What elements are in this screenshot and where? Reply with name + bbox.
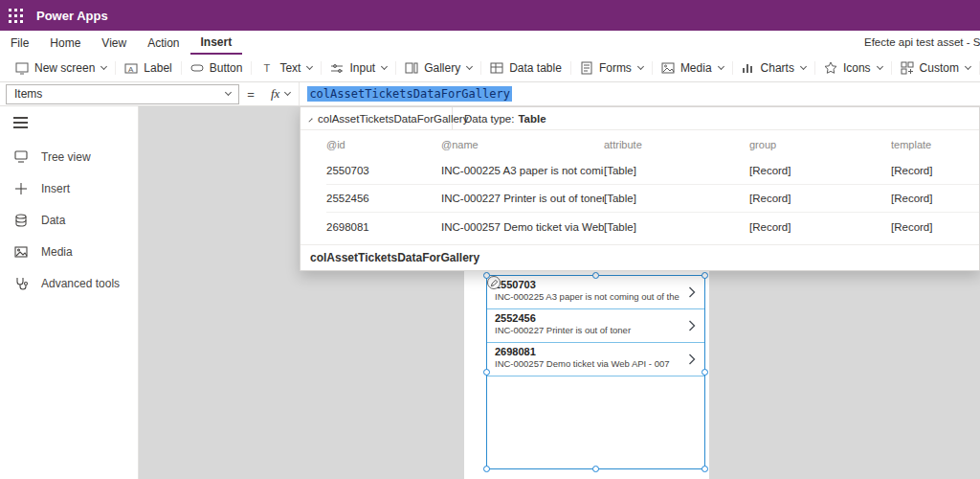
- result-panel-footer: colAssetTicketsDataForGallery: [301, 244, 979, 270]
- ribbon-custom-button[interactable]: Custom: [891, 55, 979, 81]
- gallery-control[interactable]: 2550703 INC-000225 A3 paper is not comin…: [486, 275, 705, 469]
- chevron-down-icon: [800, 63, 807, 70]
- ribbon-label: Custom: [920, 61, 959, 75]
- selection-handle[interactable]: [702, 272, 708, 279]
- waffle-menu-icon[interactable]: [0, 0, 31, 31]
- ribbon-input-button[interactable]: Input: [321, 55, 395, 81]
- gallery-item-id: 2550703: [495, 279, 679, 291]
- chevron-down-icon: [466, 63, 473, 70]
- document-title: Efecte api test asset - Sav: [864, 31, 980, 55]
- chevron-up-icon: [308, 118, 312, 122]
- gallery-item-subtitle: INC-000227 Printer is out of toner: [495, 325, 679, 336]
- ribbon-gallery-button[interactable]: Gallery: [395, 55, 480, 81]
- cell-group: [Record]: [749, 165, 891, 176]
- chevron-right-icon[interactable]: [688, 286, 696, 299]
- sidebar-item-label: Tree view: [41, 150, 91, 164]
- formula-bar: Items = fx colAssetTicketsDataForGallery: [0, 82, 980, 106]
- ribbon-label: Text: [279, 61, 301, 75]
- selection-handle[interactable]: [702, 466, 708, 472]
- selection-handle[interactable]: [483, 466, 490, 472]
- selection-handle[interactable]: [592, 272, 599, 279]
- ribbon-data-table-button[interactable]: Data table: [480, 55, 570, 81]
- data-type-label: Data type:: [464, 113, 514, 125]
- ribbon-label-button[interactable]: A Label: [115, 55, 180, 81]
- ribbon-button-button[interactable]: Button: [181, 55, 252, 81]
- cell-name: INC-000227 Printer is out of toner: [441, 193, 604, 204]
- gallery-item-id: 2698081: [495, 346, 679, 358]
- chevron-down-icon: [225, 89, 232, 96]
- property-selector[interactable]: Items: [6, 84, 239, 104]
- ribbon-new-screen-button[interactable]: New screen: [6, 55, 115, 81]
- chevron-down-icon: [965, 63, 971, 70]
- fx-dropdown[interactable]: fx: [262, 82, 300, 105]
- cell-group: [Record]: [749, 221, 891, 233]
- cell-template: [Record]: [891, 193, 979, 204]
- sidebar-item-insert[interactable]: Insert: [0, 173, 138, 205]
- result-panel-header: colAssetTicketsDataForGallery Data type:…: [301, 107, 979, 130]
- menu-file-label: File: [11, 36, 29, 50]
- menu-insert[interactable]: Insert: [190, 31, 243, 55]
- cell-attribute: [Table]: [604, 165, 749, 176]
- menu-file[interactable]: File: [0, 31, 39, 55]
- menu-home[interactable]: Home: [39, 31, 91, 55]
- button-icon: [189, 60, 205, 76]
- cell-template: [Record]: [891, 221, 979, 233]
- selection-handle[interactable]: [483, 369, 490, 376]
- ribbon-icons-button[interactable]: Icons: [814, 55, 891, 81]
- collection-collapse-toggle[interactable]: colAssetTicketsDataForGallery: [301, 107, 453, 129]
- ribbon-label: Icons: [843, 61, 871, 75]
- sidebar-item-label: Media: [41, 245, 73, 259]
- menu-view[interactable]: View: [91, 31, 137, 55]
- ribbon-label: Forms: [599, 61, 632, 75]
- ribbon-charts-button[interactable]: Charts: [732, 55, 814, 81]
- plus-icon: [13, 181, 29, 196]
- new-screen-icon: [14, 60, 30, 76]
- selection-handle[interactable]: [702, 369, 708, 376]
- ribbon-text-button[interactable]: T Text: [251, 55, 321, 81]
- hamburger-menu-icon[interactable]: [13, 117, 29, 128]
- ribbon-label: Gallery: [424, 61, 460, 75]
- result-table-header-row: @id @name attribute group template: [326, 132, 979, 157]
- menu-view-label: View: [101, 36, 126, 50]
- menu-action[interactable]: Action: [137, 31, 189, 55]
- ribbon-media-button[interactable]: Media: [652, 55, 732, 81]
- chevron-right-icon[interactable]: [688, 320, 696, 332]
- text-icon: T: [259, 60, 275, 76]
- gallery-icon: [404, 60, 419, 76]
- sidebar-item-data[interactable]: Data: [0, 205, 138, 237]
- gallery-item-subtitle: INC-000225 A3 paper is not coming out of…: [495, 291, 679, 303]
- data-type-value: Table: [518, 113, 546, 125]
- gallery-item[interactable]: 2698081 INC-000257 Demo ticket via Web A…: [487, 343, 704, 376]
- cell-attribute: [Table]: [604, 221, 749, 233]
- menu-action-label: Action: [147, 36, 179, 50]
- selection-handle[interactable]: [592, 466, 599, 472]
- media-icon: [660, 60, 676, 76]
- table-row: 2550703 INC-000225 A3 paper is not comin…: [326, 157, 979, 185]
- data-type-info: Data type: Table: [453, 107, 558, 129]
- media-icon: [13, 244, 29, 260]
- chevron-right-icon[interactable]: [688, 354, 696, 366]
- sidebar-item-media[interactable]: Media: [0, 237, 138, 268]
- formula-input[interactable]: colAssetTicketsDataForGallery: [307, 86, 512, 102]
- edit-pencil-icon[interactable]: [487, 276, 501, 289]
- chevron-down-icon: [718, 63, 724, 70]
- svg-text:T: T: [264, 62, 271, 74]
- ribbon-label: Data table: [509, 61, 562, 75]
- collection-name: colAssetTicketsDataForGallery: [318, 113, 468, 125]
- sidebar-item-label: Insert: [41, 182, 70, 195]
- cell-attribute: [Table]: [604, 193, 749, 204]
- advanced-tools-icon: [13, 276, 29, 291]
- menu-home-label: Home: [50, 36, 80, 50]
- sidebar-item-label: Advanced tools: [41, 277, 120, 290]
- sidebar-item-advanced-tools[interactable]: Advanced tools: [0, 268, 138, 300]
- ribbon-forms-button[interactable]: Forms: [570, 55, 652, 81]
- column-header-attribute: attribute: [604, 139, 749, 150]
- icons-icon: [823, 60, 838, 76]
- gallery-item[interactable]: 2552456 INC-000227 Printer is out of ton…: [487, 309, 704, 343]
- result-table: @id @name attribute group template 25507…: [301, 130, 979, 244]
- gallery-item[interactable]: 2550703 INC-000225 A3 paper is not comin…: [487, 276, 704, 309]
- formula-result-panel: colAssetTicketsDataForGallery Data type:…: [300, 106, 980, 271]
- data-table-icon: [489, 60, 504, 76]
- input-icon: [329, 60, 345, 76]
- sidebar-item-tree-view[interactable]: Tree view: [0, 142, 138, 173]
